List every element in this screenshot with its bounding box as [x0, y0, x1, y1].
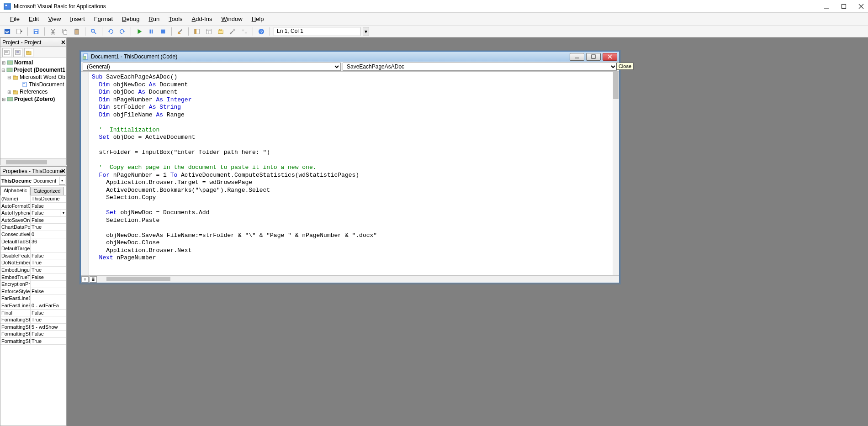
property-row[interactable]: FarEastLineB: [0, 295, 66, 302]
tree-node-normal[interactable]: ⊞Normal: [0, 59, 66, 66]
tree-node-project-document[interactable]: ⊟Project (Document1: [0, 66, 66, 74]
property-value[interactable]: False▾: [31, 210, 66, 216]
property-row[interactable]: FarEastLineB0 - wdFarEa: [0, 302, 66, 310]
property-row[interactable]: AutoFormatOFalse: [0, 203, 66, 210]
property-row[interactable]: EnforceStyleFalse: [0, 288, 66, 295]
property-value[interactable]: ThisDocume: [31, 195, 66, 202]
properties-grid[interactable]: (Name)ThisDocumeAutoFormatOFalseAutoHyph…: [0, 195, 66, 426]
copy-button[interactable]: [60, 27, 69, 36]
find-button[interactable]: [89, 27, 98, 36]
help-button[interactable]: ?: [257, 27, 266, 36]
menu-run[interactable]: Run: [144, 14, 164, 24]
property-row[interactable]: (Name)ThisDocume: [0, 195, 66, 203]
view-word-button[interactable]: W: [3, 27, 12, 36]
save-button[interactable]: [32, 27, 41, 36]
design-mode-button[interactable]: [175, 27, 185, 36]
project-explorer-button[interactable]: [192, 27, 201, 36]
procedure-selector-dropdown[interactable]: SaveEachPageAsADoc: [343, 63, 617, 71]
object-browser-button[interactable]: [216, 27, 225, 36]
cut-button[interactable]: [48, 27, 58, 36]
property-value[interactable]: False: [31, 217, 66, 224]
property-row[interactable]: FinalFalse: [0, 310, 66, 317]
code-hscrollbar[interactable]: [97, 276, 619, 283]
property-row[interactable]: ChartDataPoiTrue: [0, 224, 66, 231]
code-window-close-button[interactable]: [603, 53, 617, 61]
view-object-button[interactable]: [13, 48, 22, 57]
reset-button[interactable]: [159, 27, 168, 36]
object-selector-dropdown[interactable]: (General): [83, 63, 341, 71]
window-close-button[interactable]: [858, 3, 864, 10]
menu-file[interactable]: File: [5, 14, 24, 24]
property-row[interactable]: DefaultTarge: [0, 245, 66, 252]
menu-help[interactable]: Help: [247, 14, 269, 24]
property-value[interactable]: True: [31, 316, 66, 323]
window-minimize-button[interactable]: [823, 3, 830, 10]
project-tree[interactable]: ⊞Normal ⊟Project (Document1 ⊟Microsoft W…: [0, 58, 66, 158]
project-tree-hscroll[interactable]: [0, 158, 66, 165]
window-maximize-button[interactable]: [841, 3, 847, 10]
menu-addins[interactable]: Add-Ins: [187, 14, 217, 24]
view-code-button[interactable]: [2, 48, 11, 57]
code-window-titlebar[interactable]: Document1 - ThisDocument (Code): [81, 52, 619, 62]
code-margin[interactable]: [81, 72, 89, 275]
property-row[interactable]: DoNotEmbedTrue: [0, 259, 66, 267]
menu-debug[interactable]: Debug: [117, 14, 144, 24]
property-value[interactable]: True: [31, 259, 66, 266]
insert-dropdown-button[interactable]: [15, 27, 24, 36]
property-row[interactable]: FormattingShTrue: [0, 338, 66, 345]
property-value[interactable]: True: [31, 224, 66, 231]
tree-node-references[interactable]: ⊞References: [0, 88, 66, 95]
property-row[interactable]: AutoHyphenaFalse▾: [0, 210, 66, 217]
property-value[interactable]: False: [31, 274, 66, 281]
code-window-minimize-button[interactable]: [570, 53, 584, 61]
property-row[interactable]: AutoSaveOnFalse: [0, 217, 66, 224]
menu-tools[interactable]: Tools: [164, 14, 187, 24]
scrollbar-thumb[interactable]: [106, 277, 170, 281]
toggle-folders-button[interactable]: [24, 48, 33, 57]
toolbar-overflow-button[interactable]: ▾: [363, 27, 369, 36]
tree-node-word-objects[interactable]: ⊟Microsoft Word Ob: [0, 74, 66, 81]
property-value[interactable]: 0: [31, 231, 66, 238]
menu-format[interactable]: Format: [90, 14, 117, 24]
property-value[interactable]: False: [31, 331, 66, 337]
menu-view[interactable]: View: [43, 14, 65, 24]
tab-categorized[interactable]: Categorized: [30, 187, 64, 195]
property-value[interactable]: [31, 281, 66, 288]
property-row[interactable]: FormattingShFalse: [0, 331, 66, 338]
code-vscrollbar[interactable]: [613, 72, 619, 275]
property-row[interactable]: DisableFeatuFalse: [0, 252, 66, 260]
property-row[interactable]: FormattingSh5 - wdShow: [0, 324, 66, 331]
property-row[interactable]: DefaultTabSt36: [0, 238, 66, 246]
property-value[interactable]: False: [31, 310, 66, 316]
property-value[interactable]: [31, 245, 66, 252]
property-value[interactable]: True: [31, 267, 66, 273]
property-row[interactable]: FormattingShTrue: [0, 316, 66, 324]
toolbox-button[interactable]: [228, 27, 237, 36]
menu-window[interactable]: Window: [217, 14, 247, 24]
property-row[interactable]: ConsecutiveH0: [0, 231, 66, 238]
break-button[interactable]: [147, 27, 156, 36]
undo-button[interactable]: [106, 27, 115, 36]
chevron-down-icon[interactable]: ▾: [60, 210, 66, 216]
property-value[interactable]: 36: [31, 238, 66, 245]
property-value[interactable]: False: [31, 288, 66, 295]
properties-window-button[interactable]: [204, 27, 213, 36]
run-button[interactable]: [135, 27, 144, 36]
tree-node-this-document[interactable]: ThisDocument: [0, 81, 66, 88]
tab-alphabetic[interactable]: Alphabetic: [0, 186, 30, 195]
property-value[interactable]: 0 - wdFarEa: [31, 302, 66, 309]
redo-button[interactable]: [118, 27, 127, 36]
property-value[interactable]: False: [31, 252, 66, 259]
property-value[interactable]: 5 - wdShow: [31, 324, 66, 331]
code-window-maximize-button[interactable]: [586, 53, 601, 61]
property-row[interactable]: EmbedTrueTyFalse: [0, 274, 66, 281]
property-value[interactable]: [31, 295, 66, 302]
chevron-down-icon[interactable]: ▾: [59, 177, 65, 185]
property-value[interactable]: True: [31, 338, 66, 345]
full-module-view-button[interactable]: ≣: [90, 276, 97, 283]
tree-node-project-zotero[interactable]: ⊞Project (Zotero): [0, 95, 66, 103]
menu-insert[interactable]: Insert: [65, 14, 90, 24]
tab-order-button[interactable]: [240, 27, 249, 36]
procedure-view-button[interactable]: ≡: [81, 276, 89, 283]
scrollbar-thumb[interactable]: [613, 72, 619, 99]
